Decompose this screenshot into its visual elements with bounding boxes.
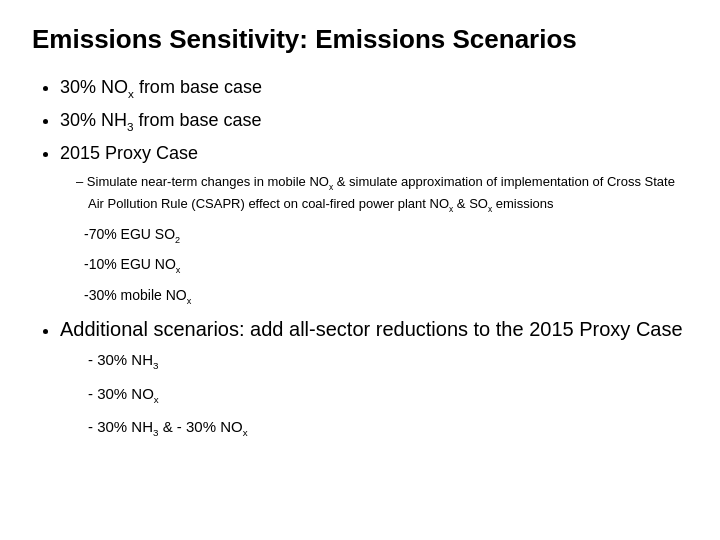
additional-sub-list: - 30% NH3 - 30% NOx - 30% NH3 & - 30% NO… — [60, 347, 688, 442]
add-item-1: - 30% NH3 — [88, 347, 688, 375]
additional-label: Additional scenarios: add all-sector red… — [60, 318, 683, 340]
bullet-item-2: 30% NH3 from base case — [60, 108, 688, 135]
plain-sub-list: -70% EGU SO2 -10% EGU NOx -30% mobile NO… — [60, 223, 688, 308]
bullet-item-1: 30% NOx from base case — [60, 75, 688, 102]
main-bullet-list: 30% NOx from base case 30% NH3 from base… — [32, 75, 688, 442]
dash-item-1: Simulate near-term changes in mobile NOx… — [76, 172, 688, 215]
bullet-item-additional: Additional scenarios: add all-sector red… — [60, 316, 688, 442]
bullet-item-3: 2015 Proxy Case Simulate near-term chang… — [60, 141, 688, 308]
dash-sub-list: Simulate near-term changes in mobile NOx… — [60, 172, 688, 215]
plain-item-2: -10% EGU NOx — [84, 253, 688, 277]
bullet2-text: 30% NH3 from base case — [60, 110, 262, 130]
page-title: Emissions Sensitivity: Emissions Scenari… — [32, 24, 688, 55]
add-item-3: - 30% NH3 & - 30% NOx — [88, 414, 688, 442]
dash-item-1-text: Simulate near-term changes in mobile NOx… — [87, 174, 675, 210]
plain-item-1: -70% EGU SO2 — [84, 223, 688, 247]
add-item-2: - 30% NOx — [88, 381, 688, 409]
bullet1-text: 30% NOx from base case — [60, 77, 262, 97]
plain-item-3: -30% mobile NOx — [84, 284, 688, 308]
bullet3-text: 2015 Proxy Case — [60, 143, 198, 163]
